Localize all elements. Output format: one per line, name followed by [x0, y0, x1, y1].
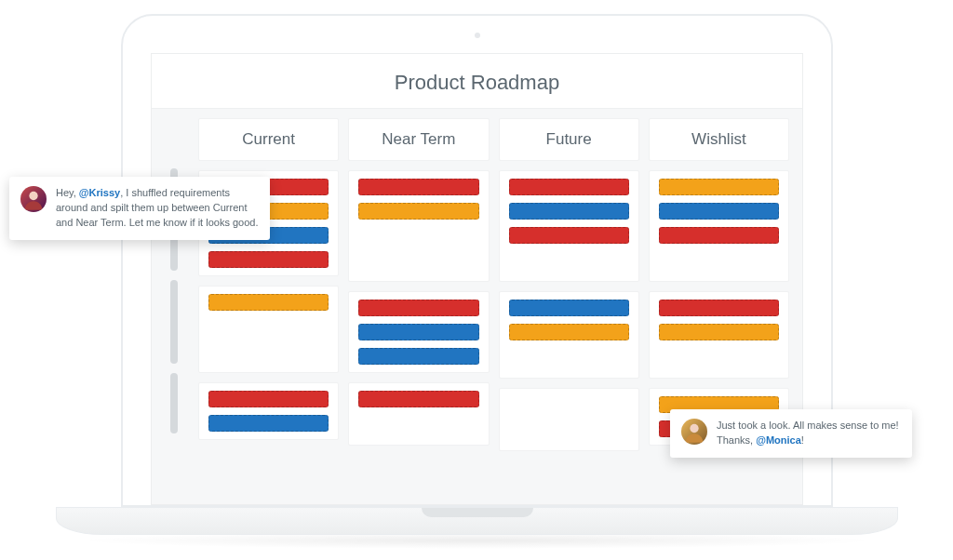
avatar: [681, 419, 707, 445]
comment-bubble[interactable]: Just took a look. All makes sense to me!…: [670, 409, 912, 458]
board-cell[interactable]: [499, 388, 639, 451]
task-card[interactable]: [659, 324, 779, 340]
task-card[interactable]: [208, 251, 329, 268]
board-cell[interactable]: [198, 286, 339, 373]
task-card[interactable]: [659, 227, 779, 244]
task-card[interactable]: [509, 179, 629, 195]
task-card[interactable]: [659, 300, 779, 316]
column-header[interactable]: Wishlist: [649, 118, 789, 161]
svg-point-1: [690, 424, 698, 433]
svg-point-0: [29, 192, 37, 200]
task-card[interactable]: [509, 203, 629, 220]
task-card[interactable]: [208, 294, 329, 311]
task-card[interactable]: [659, 179, 779, 195]
task-card[interactable]: [358, 203, 478, 220]
task-card[interactable]: [659, 203, 779, 220]
comment-pre: Hey,: [56, 187, 79, 198]
board-cell[interactable]: [499, 291, 639, 379]
board-cell[interactable]: [348, 291, 489, 373]
page-title: Product Roadmap: [152, 54, 802, 109]
mention[interactable]: @Monica: [756, 434, 801, 446]
task-card[interactable]: [509, 227, 629, 244]
task-card[interactable]: [358, 391, 478, 407]
comment-pre: Just took a look. All makes sense to me!…: [717, 420, 899, 446]
row-drag-handle[interactable]: [170, 280, 178, 364]
comment-text: Hey, @Krissy, I shuffled requirements ar…: [56, 186, 259, 231]
avatar: [20, 186, 47, 212]
column-near-term: Near Term: [348, 118, 489, 504]
laptop-base: [56, 507, 898, 535]
task-card[interactable]: [358, 300, 478, 316]
task-card[interactable]: [358, 324, 478, 340]
task-card[interactable]: [509, 300, 629, 316]
task-card[interactable]: [509, 324, 629, 340]
board-cell[interactable]: [348, 382, 489, 446]
task-card[interactable]: [208, 415, 329, 432]
task-card[interactable]: [208, 391, 329, 407]
column-future: Future: [499, 118, 639, 504]
board-cell[interactable]: [348, 170, 489, 282]
board-cell[interactable]: [198, 382, 339, 440]
board-cell[interactable]: [649, 170, 789, 282]
column-header[interactable]: Near Term: [348, 118, 489, 161]
comment-post: !: [801, 434, 804, 446]
column-header[interactable]: Future: [499, 118, 639, 161]
column-header[interactable]: Current: [198, 118, 339, 161]
board-cell[interactable]: [649, 291, 789, 379]
board-cell[interactable]: [499, 170, 639, 282]
comment-bubble[interactable]: Hey, @Krissy, I shuffled requirements ar…: [9, 177, 270, 240]
mention[interactable]: @Krissy: [79, 187, 120, 198]
camera-dot: [475, 33, 480, 38]
task-card[interactable]: [358, 348, 478, 365]
task-card[interactable]: [358, 179, 478, 195]
comment-text: Just took a look. All makes sense to me!…: [717, 419, 901, 448]
row-drag-handle[interactable]: [170, 373, 178, 433]
